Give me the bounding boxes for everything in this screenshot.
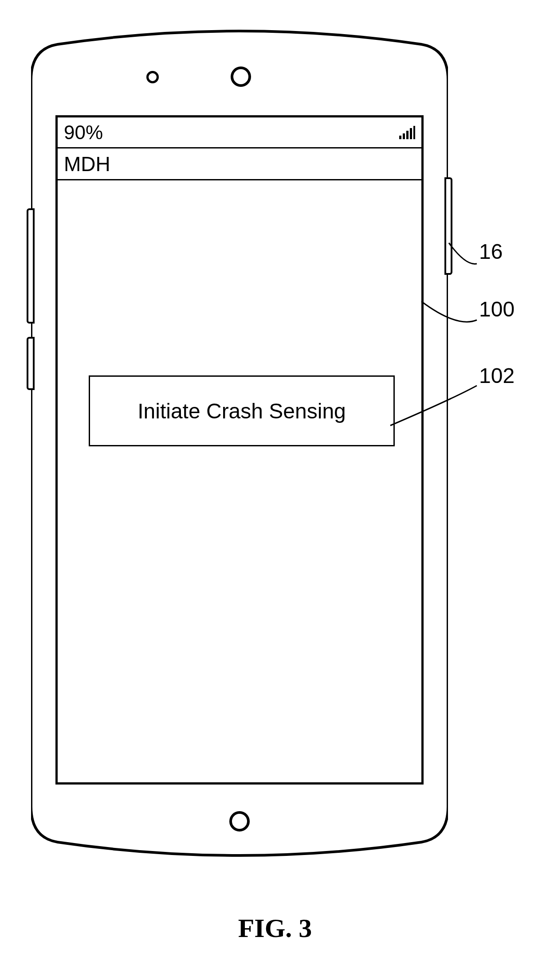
volume-up-button[interactable] bbox=[27, 208, 35, 324]
callout-button: 102 bbox=[479, 363, 515, 388]
status-bar: 90% bbox=[58, 117, 421, 148]
figure-label: FIG. 3 bbox=[0, 913, 550, 944]
initiate-crash-sensing-button[interactable]: Initiate Crash Sensing bbox=[89, 375, 395, 446]
svg-rect-2 bbox=[406, 131, 409, 139]
signal-icon bbox=[399, 126, 415, 139]
callout-screen: 100 bbox=[479, 297, 515, 321]
svg-rect-3 bbox=[410, 128, 412, 139]
app-title: MDH bbox=[64, 152, 110, 176]
battery-level: 90% bbox=[64, 121, 103, 144]
screen: 90% MDH Initiate Crash Sensing bbox=[55, 115, 424, 785]
phone-device: 90% MDH Initiate Crash Sensing bbox=[31, 18, 448, 869]
volume-down-button[interactable] bbox=[27, 337, 35, 390]
home-button[interactable] bbox=[229, 811, 250, 832]
callout-device: 16 bbox=[479, 239, 503, 264]
svg-rect-0 bbox=[399, 136, 401, 139]
power-button[interactable] bbox=[444, 177, 452, 275]
diagram-canvas: 90% MDH Initiate Crash Sensing bbox=[0, 0, 550, 980]
front-camera-icon bbox=[231, 66, 251, 87]
proximity-sensor-icon bbox=[146, 71, 159, 83]
content-area: Initiate Crash Sensing bbox=[58, 180, 421, 781]
app-title-bar: MDH bbox=[58, 148, 421, 180]
button-label: Initiate Crash Sensing bbox=[138, 399, 346, 423]
svg-rect-4 bbox=[413, 126, 415, 139]
svg-rect-1 bbox=[403, 133, 405, 139]
